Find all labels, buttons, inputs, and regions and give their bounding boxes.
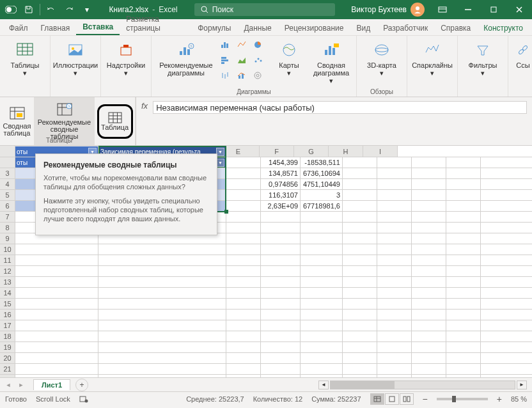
row-19[interactable]: 19: [0, 342, 532, 353]
autosave-toggle[interactable]: [3, 1, 19, 18]
scatter-chart-icon[interactable]: [251, 54, 265, 67]
links-button[interactable]: Ссы: [513, 38, 532, 70]
zoom-in[interactable]: +: [497, 394, 502, 404]
tab-formulas[interactable]: Формулы: [191, 21, 237, 35]
row-header-3[interactable]: 3: [0, 168, 15, 178]
hscroll-right[interactable]: ►: [517, 381, 527, 389]
sheet-nav-prev[interactable]: ◄: [3, 379, 14, 391]
search-placeholder: Поиск: [212, 5, 233, 14]
tab-layout[interactable]: Разметка страницы: [120, 12, 191, 35]
status-avg: Среднее: 25223,7: [186, 395, 244, 403]
tab-file[interactable]: Файл: [3, 21, 35, 35]
zoom-value[interactable]: 85 %: [511, 395, 527, 403]
pivot-chart-dropdown[interactable]: Сводная диаграмма ▾: [311, 38, 351, 86]
pie-chart-icon[interactable]: [251, 38, 265, 51]
row-header-11[interactable]: 11: [0, 255, 15, 265]
row-22[interactable]: 22: [0, 375, 532, 377]
row-21[interactable]: 21: [0, 364, 532, 375]
zoom-out[interactable]: −: [423, 394, 428, 404]
sparklines-dropdown[interactable]: Спарклайны▾: [412, 38, 452, 78]
tab-insert[interactable]: Вставка: [76, 20, 120, 35]
row-18[interactable]: 18: [0, 331, 532, 342]
row-header-6[interactable]: 6: [0, 201, 15, 211]
row-header-4[interactable]: 4: [0, 179, 15, 189]
row-header-9[interactable]: 9: [0, 233, 15, 244]
row-12[interactable]: 12: [0, 266, 532, 277]
row-13[interactable]: 13: [0, 277, 532, 288]
row-header[interactable]: [0, 157, 15, 168]
filters-dropdown[interactable]: Фильтры▾: [463, 38, 503, 78]
addins-dropdown[interactable]: Надстройки▾: [106, 38, 146, 78]
close-button[interactable]: [506, 0, 532, 19]
svg-rect-45: [332, 48, 335, 55]
stock-chart-icon[interactable]: [218, 69, 232, 82]
pivot-table-icon: [9, 106, 26, 122]
row-header-15[interactable]: 15: [0, 299, 15, 309]
save-button[interactable]: [20, 1, 37, 18]
view-page-layout[interactable]: [385, 393, 399, 405]
hscrollbar[interactable]: [330, 381, 515, 389]
redo-button[interactable]: [61, 1, 77, 18]
hscroll-left[interactable]: ◄: [318, 381, 329, 389]
illustrations-dropdown[interactable]: Иллюстрации▾: [56, 38, 95, 78]
row-17[interactable]: 17: [0, 320, 532, 331]
row-header-14[interactable]: 14: [0, 288, 15, 298]
fill-handle[interactable]: [224, 210, 228, 214]
search-box[interactable]: Поиск: [194, 3, 335, 16]
maps-dropdown[interactable]: Карты▾: [269, 38, 309, 78]
column-chart-icon[interactable]: [218, 38, 232, 51]
radar-chart-icon[interactable]: [251, 69, 265, 82]
tab-help[interactable]: Справка: [434, 21, 477, 35]
row-16[interactable]: 16: [0, 310, 532, 320]
row-header-8[interactable]: 8: [0, 223, 15, 233]
user-area[interactable]: Виктор Бухтеев: [346, 3, 430, 17]
area-chart-icon[interactable]: [235, 54, 249, 67]
row-header-22[interactable]: 22: [0, 375, 15, 377]
tab-data[interactable]: Данные: [237, 21, 278, 35]
row-header-17[interactable]: 17: [0, 320, 15, 331]
sheet-nav-next[interactable]: ►: [15, 379, 27, 391]
row-header-7[interactable]: 7: [0, 212, 15, 222]
row-20[interactable]: 20: [0, 353, 532, 364]
row-header-12[interactable]: 12: [0, 266, 15, 276]
row-header-21[interactable]: 21: [0, 364, 15, 374]
fx-icon[interactable]: fx: [141, 101, 148, 111]
combo-chart-icon[interactable]: [235, 69, 249, 82]
row-header-16[interactable]: 16: [0, 310, 15, 320]
tab-review[interactable]: Рецензирование: [278, 21, 350, 35]
row-header-19[interactable]: 19: [0, 342, 15, 352]
qat-dropdown[interactable]: ▾: [79, 1, 95, 18]
tables-dropdown[interactable]: Таблицы▾: [5, 38, 45, 78]
row-header-18[interactable]: 18: [0, 331, 15, 341]
tab-view[interactable]: Вид: [350, 21, 377, 35]
minimize-button[interactable]: [455, 0, 481, 19]
row-header-20[interactable]: 20: [0, 353, 15, 363]
view-page-break[interactable]: [400, 393, 414, 405]
row-14[interactable]: 14: [0, 288, 532, 299]
row-15[interactable]: 15: [0, 299, 532, 310]
row-10[interactable]: 10: [0, 244, 532, 255]
row-header-13[interactable]: 13: [0, 277, 15, 287]
maximize-button[interactable]: [481, 0, 506, 19]
tab-design[interactable]: Конструкто: [477, 21, 529, 35]
bar-chart-icon[interactable]: [218, 54, 232, 67]
row-header-10[interactable]: 10: [0, 244, 15, 255]
recommended-charts-button[interactable]: ?Рекомендуемые диаграммы: [157, 38, 215, 78]
undo-button[interactable]: [43, 1, 59, 18]
table-button[interactable]: Таблица: [97, 104, 133, 139]
status-scroll-lock: Scroll Lock: [36, 395, 70, 403]
ribbon-mode-button[interactable]: [430, 0, 455, 19]
pivot-table-button[interactable]: Сводная таблица: [0, 97, 35, 145]
formula-input[interactable]: Независимая переменная (часы работы): [153, 101, 527, 114]
tab-developer[interactable]: Разработчик: [377, 21, 434, 35]
macro-record-icon[interactable]: [79, 395, 88, 403]
line-chart-icon[interactable]: [235, 38, 249, 51]
view-normal[interactable]: [370, 393, 384, 405]
tab-home[interactable]: Главная: [35, 21, 77, 35]
add-sheet-button[interactable]: +: [75, 379, 88, 391]
3d-map-dropdown[interactable]: 3D-карта ▾: [362, 38, 402, 78]
zoom-slider[interactable]: [437, 398, 488, 400]
row-header-5[interactable]: 5: [0, 190, 15, 200]
sheet-tab-1[interactable]: Лист1: [33, 379, 70, 390]
row-11[interactable]: 11: [0, 255, 532, 266]
